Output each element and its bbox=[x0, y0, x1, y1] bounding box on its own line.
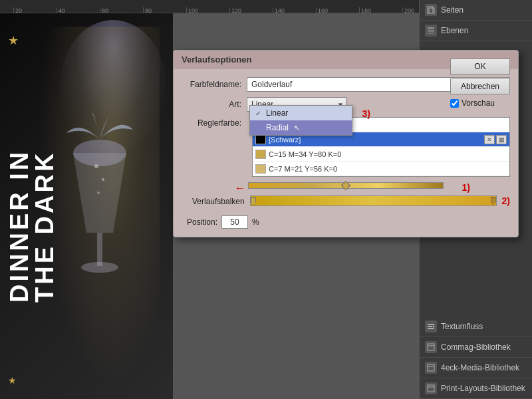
art-label: Art: bbox=[182, 100, 241, 109]
poster-star-top: ★ bbox=[8, 33, 19, 48]
annotation-2: 2) bbox=[502, 196, 510, 206]
red-arrow-left: ← bbox=[235, 182, 245, 194]
cursor-indicator: ↖ bbox=[294, 124, 300, 132]
color-row-c7[interactable]: C=7 M=21 Y=56 K=0 bbox=[253, 162, 509, 176]
sidebar-item-print[interactable]: Print-Layouts-Bibliothek bbox=[420, 378, 532, 399]
gradient-top-row: ← 1) bbox=[248, 182, 444, 189]
library2-icon bbox=[425, 362, 437, 374]
sidebar-item-4eck[interactable]: 4eck-Media-Bibliothek bbox=[420, 358, 532, 378]
gradient-stop-left[interactable] bbox=[251, 197, 256, 205]
svg-rect-12 bbox=[428, 326, 432, 327]
gradient-top-area: ← 1) bbox=[248, 182, 444, 189]
verlaufsbalken-area: Verlaufsbalken 2) bbox=[187, 194, 510, 207]
svg-rect-14 bbox=[428, 344, 434, 350]
poster-area: ★ DINNER IN THE DA bbox=[0, 13, 173, 399]
c7-label: C=7 M=21 Y=56 K=0 bbox=[269, 165, 337, 173]
svg-rect-13 bbox=[428, 328, 434, 329]
verlaufsbalken-row: Verlaufsbalken 2) bbox=[187, 194, 510, 207]
schwarz-action-x[interactable]: ✕ bbox=[484, 135, 495, 144]
gradient-stop-right[interactable] bbox=[491, 197, 496, 205]
svg-rect-18 bbox=[428, 385, 434, 392]
sidebar-item-seiten[interactable]: Seiten bbox=[420, 0, 532, 21]
library3-icon bbox=[425, 382, 437, 394]
ok-button[interactable]: OK bbox=[450, 59, 510, 74]
textflow-icon bbox=[425, 321, 437, 332]
sidebar-item-ebenen[interactable]: Ebenen bbox=[420, 21, 532, 41]
ruler-mark: 60 bbox=[100, 7, 143, 13]
c7-swatch bbox=[255, 164, 266, 174]
ebenen-label: Ebenen bbox=[441, 26, 468, 35]
gradient-track-bottom[interactable] bbox=[250, 196, 497, 206]
svg-point-2 bbox=[81, 262, 118, 273]
schwarz-action-grid[interactable]: ▦ bbox=[496, 135, 507, 144]
color-row-c15[interactable]: C=15 M=34 Y=80 K=0 bbox=[253, 147, 509, 162]
schwarz-swatch bbox=[255, 135, 266, 144]
linear-option-label: Linear bbox=[266, 108, 288, 118]
svg-rect-9 bbox=[428, 30, 434, 32]
cancel-button[interactable]: Abbrechen bbox=[450, 78, 510, 94]
schwarz-label: [Schwarz] bbox=[269, 136, 301, 144]
library-icon bbox=[425, 341, 437, 353]
c15-label: C=15 M=34 Y=80 K=0 bbox=[269, 150, 341, 158]
layers-icon bbox=[425, 25, 437, 37]
seiten-label: Seiten bbox=[441, 5, 464, 15]
check-icon: ✓ bbox=[255, 110, 263, 117]
commag-label: Commag-Bibliothek bbox=[441, 342, 511, 352]
gradient-track-bottom-wrapper bbox=[250, 196, 497, 206]
position-row: Position: % bbox=[187, 215, 510, 229]
svg-point-4 bbox=[102, 178, 104, 181]
svg-point-5 bbox=[97, 192, 100, 194]
svg-rect-1 bbox=[97, 233, 102, 266]
gradient-diamond-handle[interactable] bbox=[341, 181, 350, 190]
ruler-mark: 120 bbox=[229, 7, 273, 13]
ruler-mark: 20 bbox=[13, 7, 57, 13]
pages-icon bbox=[425, 4, 437, 16]
gradient-track-top[interactable] bbox=[248, 182, 444, 189]
reglerfarbe-label: Reglerfarbe: bbox=[182, 117, 241, 128]
ruler-mark: 40 bbox=[57, 7, 100, 13]
4eck-label: 4eck-Media-Bibliothek bbox=[441, 363, 519, 372]
position-input[interactable] bbox=[221, 215, 248, 229]
art-dropdown-menu[interactable]: ✓ Linear Radial ↖ 3) bbox=[249, 105, 352, 136]
ruler-mark: 140 bbox=[273, 7, 316, 13]
svg-rect-11 bbox=[428, 324, 434, 325]
position-unit: % bbox=[252, 217, 259, 227]
c15-swatch bbox=[255, 150, 266, 159]
sidebar-item-textumfluss[interactable]: Textumfluss bbox=[420, 317, 532, 337]
svg-rect-16 bbox=[428, 364, 434, 371]
ruler-mark: 100 bbox=[186, 7, 229, 13]
verlaufsbalken-label: Verlaufsbalken bbox=[192, 197, 245, 206]
svg-rect-8 bbox=[428, 27, 434, 29]
poster-title: DINNER IN THE DARK bbox=[7, 110, 57, 303]
dropdown-item-linear[interactable]: ✓ Linear bbox=[250, 106, 352, 120]
sidebar-item-commag[interactable]: Commag-Bibliothek bbox=[420, 337, 532, 358]
svg-rect-10 bbox=[428, 33, 434, 34]
farbfeldname-label: Farbfeldname: bbox=[182, 80, 241, 89]
annotation-1: 1) bbox=[462, 182, 470, 193]
annotation-3: 3) bbox=[362, 108, 370, 119]
ruler-mark: 80 bbox=[143, 7, 186, 13]
poster-star-bottom: ★ bbox=[8, 375, 17, 386]
verlaufsoptionen-dialog[interactable]: Verlaufsoptionen OK Abbrechen Vorschau F… bbox=[173, 50, 519, 237]
ruler-mark: 180 bbox=[359, 7, 402, 13]
dropdown-item-radial[interactable]: Radial ↖ bbox=[250, 120, 352, 135]
textumfluss-label: Textumfluss bbox=[441, 322, 483, 331]
svg-point-3 bbox=[94, 164, 98, 168]
poster-background: ★ DINNER IN THE DA bbox=[0, 13, 173, 399]
bottom-panel: Textumfluss Commag-Bibliothek 4eck-Media… bbox=[420, 317, 532, 399]
schwarz-actions: ✕ ▦ bbox=[484, 135, 507, 144]
print-label: Print-Layouts-Bibliothek bbox=[441, 384, 525, 393]
radial-option-label: Radial bbox=[266, 123, 289, 132]
ruler-mark: 160 bbox=[316, 7, 359, 13]
position-label: Position: bbox=[187, 217, 217, 227]
